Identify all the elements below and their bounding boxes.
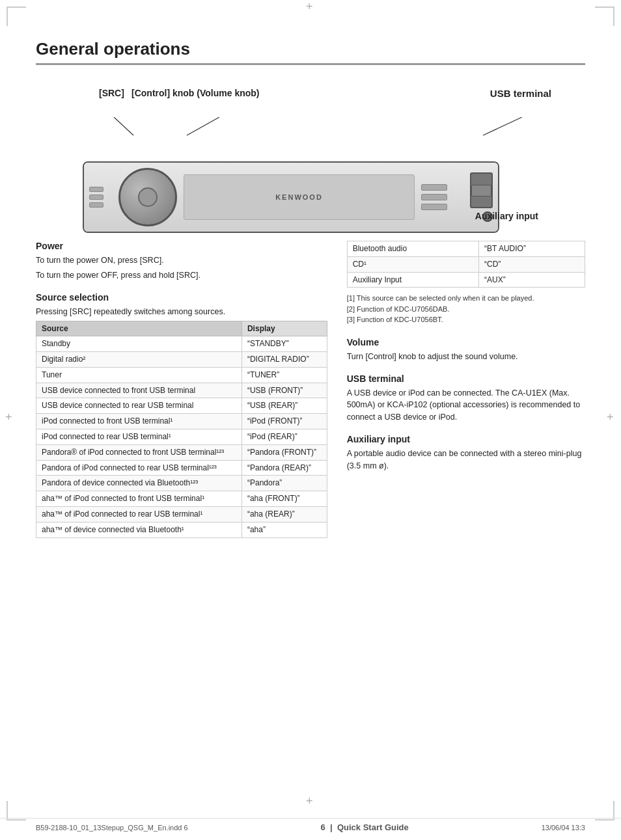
- source-selection-text: Pressing [SRC] repeatedly switches among…: [36, 306, 327, 318]
- content-columns: Power To turn the power ON, press [SRC].…: [36, 241, 585, 538]
- col-header-display: Display: [242, 321, 327, 336]
- source-cell: USB device connected to rear USB termina…: [36, 398, 242, 414]
- device-inner: KENWOOD: [84, 163, 498, 232]
- col-right: Bluetooth audio“BT AUDIO”CD¹“CD”Auxiliar…: [347, 241, 585, 538]
- auxiliary-input-text: A portable audio device can be connected…: [347, 448, 585, 472]
- power-text2: To turn the power OFF, press and hold [S…: [36, 269, 327, 282]
- diagram-labels: [SRC] [Control] knob (Volume knob) USB t…: [70, 85, 551, 117]
- source-cell: Digital radio²: [36, 352, 242, 368]
- table-row: iPod connected to front USB terminal¹“iP…: [36, 414, 327, 429]
- source-cell: Pandora of device connected via Bluetoot…: [36, 476, 242, 491]
- btn2: [89, 195, 104, 200]
- table-row: Standby“STANDBY”: [36, 336, 327, 352]
- svg-line-1: [187, 117, 219, 135]
- ctrl-bar1: [421, 184, 447, 191]
- footnote-1: [1] This source can be selected only whe…: [347, 293, 585, 304]
- page-title: General operations: [36, 39, 585, 65]
- display-cell: “iPod (REAR)”: [242, 429, 327, 445]
- knob-inner: [138, 187, 158, 207]
- svg-line-2: [483, 117, 522, 135]
- col-left: Power To turn the power ON, press [SRC].…: [36, 241, 327, 538]
- label-usb-terminal: USB terminal: [490, 88, 551, 99]
- cross-top: [304, 3, 317, 16]
- display-cell: “Pandora (FRONT)”: [242, 444, 327, 460]
- table-row: aha™ of iPod connected to rear USB termi…: [36, 507, 327, 522]
- device-display: KENWOOD: [184, 174, 415, 220]
- table-row: aha™ of device connected via Bluetooth¹“…: [36, 522, 327, 537]
- footer-filename: B59-2188-10_01_13Stepup_QSG_M_En.indd 6: [36, 824, 188, 832]
- source-cell: CD¹: [347, 256, 478, 272]
- auxiliary-input-heading: Auxiliary input: [347, 434, 585, 444]
- corner-mark-tl: [7, 7, 26, 26]
- footer-page-number: 6 | Quick Start Guide: [321, 822, 409, 832]
- cross-bottom: [304, 798, 317, 811]
- device-container: KENWOOD: [70, 117, 551, 221]
- corner-mark-tr: [595, 7, 614, 26]
- source-cell: iPod connected to rear USB terminal¹: [36, 429, 242, 445]
- table-row: Pandora® of iPod connected to front USB …: [36, 444, 327, 460]
- cross-left: [3, 414, 16, 427]
- device-controls-right: [421, 184, 454, 210]
- power-heading: Power: [36, 241, 327, 251]
- usb-terminal-text: A USB device or iPod can be connected. T…: [347, 387, 585, 424]
- table-row: Pandora of iPod connected to rear USB te…: [36, 460, 327, 476]
- device-left-buttons: [89, 187, 109, 208]
- display-cell: “STANDBY”: [242, 336, 327, 352]
- col-header-source: Source: [36, 321, 242, 336]
- diagram-area: [SRC] [Control] knob (Volume knob) USB t…: [36, 85, 585, 221]
- display-cell: “Pandora (REAR)”: [242, 460, 327, 476]
- footnote-2: [2] Function of KDC-U7056DAB.: [347, 304, 585, 315]
- table-row: CD¹“CD”: [347, 256, 585, 272]
- source-cell: Bluetooth audio: [347, 241, 478, 257]
- brand-label: KENWOOD: [275, 193, 323, 201]
- usb-port-area: [470, 172, 493, 208]
- source-cell: aha™ of device connected via Bluetooth¹: [36, 522, 242, 537]
- source-cell: Auxiliary Input: [347, 272, 478, 288]
- table-row: Pandora of device connected via Bluetoot…: [36, 476, 327, 491]
- table-row: Digital radio²“DIGITAL RADIO”: [36, 352, 327, 368]
- table-row: USB device connected to front USB termin…: [36, 383, 327, 398]
- table-row: Bluetooth audio“BT AUDIO”: [347, 241, 585, 257]
- btn1: [89, 187, 104, 192]
- source-cell: Pandora of iPod connected to rear USB te…: [36, 460, 242, 476]
- label-control: [Control] knob (Volume knob): [131, 88, 260, 98]
- display-cell: “USB (FRONT)”: [242, 383, 327, 398]
- source-cell: Standby: [36, 336, 242, 352]
- display-cell: “CD”: [479, 256, 585, 272]
- display-cell: “DIGITAL RADIO”: [242, 352, 327, 368]
- display-cell: “USB (REAR)”: [242, 398, 327, 414]
- volume-text: Turn [Control] knob to adjust the sound …: [347, 351, 585, 363]
- usb-terminal-heading: USB terminal: [347, 373, 585, 384]
- source-cell: aha™ of iPod connected to rear USB termi…: [36, 507, 242, 522]
- display-cell: “aha (FRONT)”: [242, 491, 327, 507]
- display-cell: “aha”: [242, 522, 327, 537]
- footer-timestamp: 13/06/04 13:3: [542, 824, 585, 832]
- power-text1: To turn the power ON, press [SRC].: [36, 254, 327, 267]
- label-src: [SRC]: [99, 88, 124, 98]
- source-cell: iPod connected to front USB terminal¹: [36, 414, 242, 429]
- cross-right: [605, 414, 618, 427]
- source-cell: Pandora® of iPod connected to front USB …: [36, 444, 242, 460]
- display-cell: “aha (REAR)”: [242, 507, 327, 522]
- right-table: Bluetooth audio“BT AUDIO”CD¹“CD”Auxiliar…: [347, 241, 585, 288]
- footnotes: [1] This source can be selected only whe…: [347, 293, 585, 325]
- source-cell: USB device connected to front USB termin…: [36, 383, 242, 398]
- source-table: Source Display Standby“STANDBY”Digital r…: [36, 321, 327, 537]
- footnote-3: [3] Function of KDC-U7056BT.: [347, 314, 585, 325]
- page-label: Quick Start Guide: [337, 822, 409, 832]
- table-row: iPod connected to rear USB terminal¹“iPo…: [36, 429, 327, 445]
- source-cell: Tuner: [36, 367, 242, 383]
- table-row: Tuner“TUNER”: [36, 367, 327, 383]
- table-row: Auxiliary Input“AUX”: [347, 272, 585, 288]
- volume-heading: Volume: [347, 337, 585, 347]
- display-cell: “iPod (FRONT)”: [242, 414, 327, 429]
- source-cell: aha™ of iPod connected to front USB term…: [36, 491, 242, 507]
- device-image: KENWOOD: [83, 161, 499, 233]
- table-row: USB device connected to rear USB termina…: [36, 398, 327, 414]
- control-knob: [118, 168, 177, 226]
- display-cell: “TUNER”: [242, 367, 327, 383]
- display-cell: “AUX”: [479, 272, 585, 288]
- source-selection-heading: Source selection: [36, 292, 327, 303]
- page-footer: B59-2188-10_01_13Stepup_QSG_M_En.indd 6 …: [0, 818, 621, 832]
- ctrl-bar2: [421, 194, 447, 200]
